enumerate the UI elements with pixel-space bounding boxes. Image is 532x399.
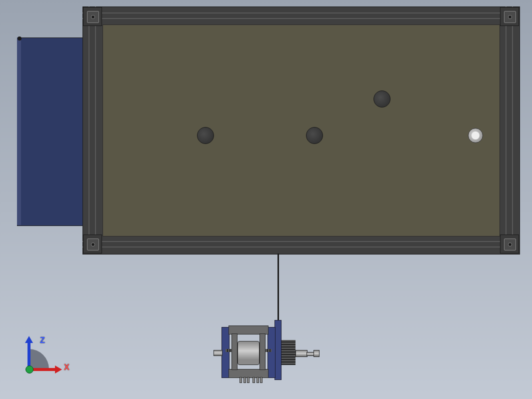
left-side-plate-edge bbox=[17, 38, 21, 225]
frame-slot-line bbox=[82, 241, 519, 242]
asm-pins bbox=[240, 377, 250, 383]
axis-z-label: Z bbox=[40, 336, 45, 345]
asm-sprocket bbox=[282, 340, 296, 365]
frame-panel-top bbox=[102, 24, 500, 236]
view-orientation-triad[interactable]: Z X bbox=[19, 339, 64, 384]
asm-shaft-3 bbox=[314, 350, 320, 357]
cad-viewport[interactable]: Z X bbox=[0, 0, 532, 399]
lower-assembly bbox=[212, 319, 326, 387]
frame-corner-bl bbox=[83, 234, 102, 254]
asm-pins bbox=[252, 377, 262, 383]
panel-boss-2 bbox=[306, 127, 323, 144]
asm-side-right bbox=[268, 327, 276, 378]
asm-cylinder bbox=[238, 341, 260, 365]
axis-z-arrow[interactable] bbox=[28, 341, 30, 369]
axis-y-arrow[interactable] bbox=[26, 366, 34, 374]
asm-shaft-1 bbox=[296, 350, 308, 357]
frame-slot-line bbox=[88, 6, 90, 254]
left-side-plate-hole bbox=[18, 36, 22, 40]
frame-slot-line bbox=[82, 12, 519, 14]
frame-slot-line bbox=[82, 18, 519, 19]
left-side-plate bbox=[17, 38, 84, 226]
frame-corner-tr bbox=[500, 7, 519, 26]
asm-post bbox=[260, 334, 266, 370]
asm-backplate bbox=[274, 320, 282, 380]
frame-slot-line bbox=[95, 6, 96, 254]
vertical-shaft bbox=[278, 254, 279, 324]
panel-boss-3 bbox=[374, 90, 390, 108]
axis-x-label: X bbox=[64, 363, 70, 372]
frame-slot-line bbox=[82, 246, 519, 248]
panel-boss-1 bbox=[197, 127, 214, 144]
frame-slot-line bbox=[506, 6, 506, 254]
asm-shaft-left bbox=[214, 350, 222, 356]
panel-boss-4-light bbox=[468, 128, 483, 143]
frame-corner-br bbox=[500, 234, 519, 254]
frame-slot-line bbox=[512, 6, 513, 254]
asm-post bbox=[232, 334, 238, 370]
frame-corner-tl bbox=[83, 7, 102, 26]
